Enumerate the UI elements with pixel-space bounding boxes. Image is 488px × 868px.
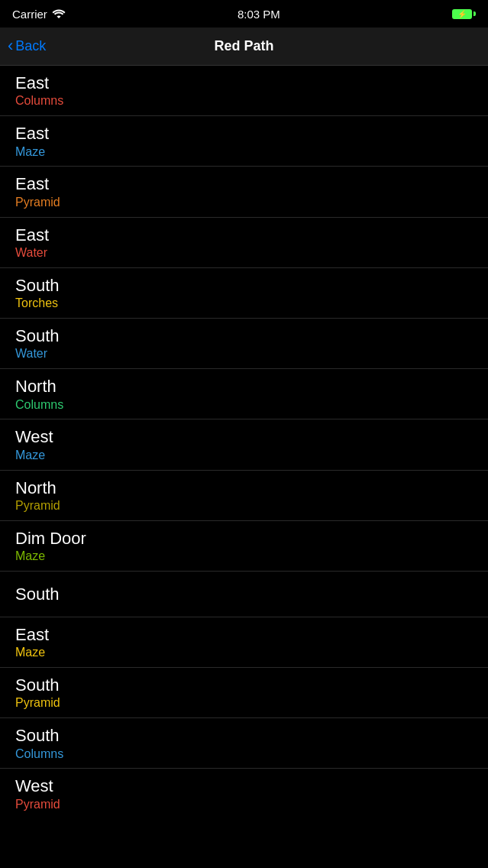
battery-tip [473, 11, 476, 16]
item-direction: North [15, 478, 473, 498]
item-sub: Pyramid [15, 695, 473, 711]
item-sub: Water [15, 346, 473, 362]
list-item[interactable]: EastWater [0, 218, 488, 268]
status-bar: Carrier 8:03 PM ⚡ [0, 0, 488, 28]
item-direction: East [15, 225, 473, 245]
list-item[interactable]: WestMaze [0, 419, 488, 470]
list-item[interactable]: Dim DoorMaze [0, 521, 488, 572]
item-sub: Columns [15, 397, 473, 413]
wifi-icon [52, 9, 66, 18]
carrier-label: Carrier [12, 8, 47, 21]
list-item[interactable]: NorthColumns [0, 369, 488, 419]
item-direction: East [15, 124, 473, 144]
back-label: Back [15, 38, 46, 54]
back-chevron-icon: ‹ [8, 37, 13, 54]
nav-bar: ‹ Back Red Path [0, 28, 488, 66]
list-item[interactable]: EastMaze [0, 617, 488, 668]
item-direction: East [15, 625, 473, 645]
item-sub: Maze [15, 549, 473, 565]
status-carrier: Carrier [12, 8, 66, 21]
item-sub: Maze [15, 448, 473, 464]
list-item[interactable]: South [0, 572, 488, 617]
list-item[interactable]: EastMaze [0, 116, 488, 167]
item-direction: West [15, 427, 473, 447]
list-item[interactable]: EastPyramid [0, 167, 488, 217]
item-sub: Pyramid [15, 498, 473, 514]
list-item[interactable]: SouthTorches [0, 268, 488, 319]
status-time: 8:03 PM [238, 8, 280, 21]
item-direction: South [15, 675, 473, 695]
list-item[interactable]: NorthPyramid [0, 471, 488, 521]
item-direction: North [15, 377, 473, 397]
list-item[interactable]: SouthColumns [0, 718, 488, 769]
back-button[interactable]: ‹ Back [8, 38, 46, 54]
item-sub: Torches [15, 296, 473, 312]
item-sub: Pyramid [15, 195, 473, 211]
battery-body: ⚡ [452, 9, 472, 19]
status-battery: ⚡ [452, 9, 476, 19]
item-direction: East [15, 174, 473, 194]
item-direction: Dim Door [15, 529, 473, 549]
item-sub: Maze [15, 144, 473, 160]
list-item[interactable]: SouthWater [0, 319, 488, 369]
item-sub: Columns [15, 747, 473, 763]
item-direction: South [15, 326, 473, 346]
list-item[interactable]: WestPyramid [0, 769, 488, 818]
list-item[interactable]: EastColumns [0, 66, 488, 116]
item-sub: Water [15, 245, 473, 261]
item-direction: East [15, 73, 473, 93]
bolt-icon: ⚡ [457, 10, 467, 18]
list-item[interactable]: SouthPyramid [0, 668, 488, 718]
nav-title: Red Path [214, 38, 273, 54]
item-sub: Columns [15, 93, 473, 109]
item-direction: West [15, 776, 473, 796]
path-list: EastColumnsEastMazeEastPyramidEastWaterS… [0, 66, 488, 819]
item-direction: South [15, 585, 473, 604]
item-direction: South [15, 276, 473, 296]
item-sub: Pyramid [15, 797, 473, 813]
battery-icon: ⚡ [452, 9, 476, 19]
item-sub: Maze [15, 645, 473, 661]
item-direction: South [15, 726, 473, 746]
